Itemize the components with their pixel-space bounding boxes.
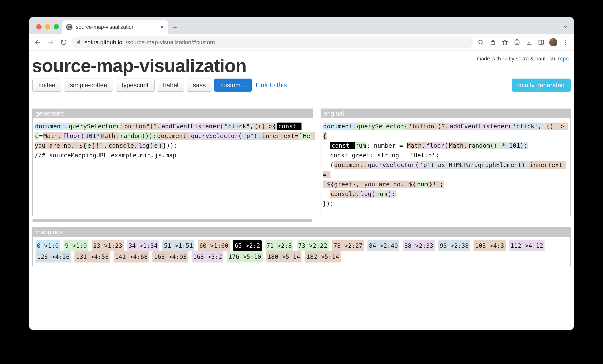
code-segment[interactable]: e [35, 132, 39, 140]
horizontal-scrollbar[interactable] [32, 219, 312, 222]
mapping-item[interactable]: 84->2:49 [368, 240, 399, 251]
code-segment[interactable]: 'p') as HTMLParagraphElement). [419, 161, 529, 169]
code-segment[interactable]: addEventListener( [161, 123, 224, 130]
code-segment[interactable]: addEventListener( [449, 123, 512, 130]
mapping-item[interactable]: 51->1:51 [162, 240, 194, 251]
share-icon[interactable] [487, 37, 498, 48]
menu-button[interactable]: ⋮ [560, 37, 571, 48]
code-segment[interactable]: num [417, 181, 428, 188]
code-segment[interactable]: ${ [79, 142, 87, 149]
code-segment[interactable]: `He [299, 132, 311, 140]
code-segment[interactable]: querySelector( [190, 132, 242, 140]
code-segment[interactable]: 101* [85, 132, 100, 140]
code-segment[interactable]: : number = [367, 142, 406, 149]
mapping-item[interactable]: 0->1:0 [35, 240, 60, 251]
search-icon[interactable] [475, 37, 486, 48]
mapping-item[interactable]: 131->4:56 [74, 251, 110, 262]
code-segment[interactable]: innerText= [261, 132, 299, 140]
mapping-item[interactable]: 180->5:14 [266, 251, 302, 262]
code-segment[interactable]: num [355, 142, 367, 149]
code-segment[interactable]: Math. [406, 142, 426, 149]
code-segment[interactable]: "click", [224, 123, 254, 130]
reload-button[interactable] [58, 37, 69, 48]
mapping-item[interactable]: 65->2:2 [233, 240, 261, 251]
code-segment[interactable]: }); [323, 200, 334, 207]
code-segment[interactable]: querySelector( [68, 123, 120, 130]
code-segment[interactable]: ); [387, 190, 396, 198]
code-segment[interactable]: = [39, 132, 43, 140]
mapping-item[interactable]: 126->4:26 [35, 251, 71, 262]
code-segment[interactable]: 'button')?. [408, 123, 449, 130]
coffee-button[interactable]: coffee [32, 79, 61, 92]
code-segment[interactable]: const greet: string = 'Hello'; [323, 152, 439, 159]
extensions-icon[interactable] [512, 37, 522, 48]
code-segment[interactable]: "button")?. [120, 123, 161, 130]
code-segment[interactable]: const [330, 142, 355, 149]
babel-button[interactable]: babel [157, 79, 185, 92]
code-segment[interactable]: })); [163, 142, 177, 149]
mapping-item[interactable]: 78->2:27 [332, 240, 364, 251]
code-segment[interactable]: e [154, 142, 158, 149]
mapping-item[interactable]: 9->1:9 [64, 240, 88, 251]
mapping-item[interactable]: 23->1:23 [92, 240, 124, 251]
browser-tab[interactable]: source-map-visualization × [62, 20, 168, 34]
code-segment[interactable]: you are no. [364, 181, 408, 188]
address-bar[interactable]: sokra.github.io/source-map-visualization… [71, 36, 473, 48]
mapping-item[interactable]: 163->4:93 [152, 251, 188, 262]
mapping-item[interactable]: 71->2:8 [265, 240, 293, 251]
code-segment[interactable]: random()); [119, 132, 157, 140]
mapping-item[interactable]: 60->1:60 [198, 240, 230, 251]
mapping-item[interactable]: 141->4:68 [114, 251, 149, 262]
code-segment[interactable]: }!`; [428, 181, 444, 188]
simple-coffee-button[interactable]: simple-coffee [64, 79, 113, 92]
code-segment[interactable]: querySelector( [356, 123, 408, 130]
code-segment[interactable]: document. [334, 161, 367, 169]
code-segment[interactable]: const [277, 123, 301, 130]
maximize-window-button[interactable] [54, 24, 59, 29]
code-segment[interactable]: document. [323, 123, 356, 130]
code-segment[interactable]: ) [158, 142, 163, 149]
sidepanel-icon[interactable] [536, 37, 546, 48]
code-segment[interactable]: `${greet}, [323, 181, 364, 188]
code-segment[interactable]: log( [360, 190, 375, 198]
tabs-dropdown-button[interactable] [562, 23, 569, 31]
mapping-item[interactable]: 176->5:10 [227, 251, 262, 262]
mapping-item[interactable]: 168->5:2 [192, 251, 223, 262]
minify-button[interactable]: minify generated [512, 79, 571, 92]
code-segment[interactable]: }!` [92, 142, 104, 149]
code-segment[interactable]: (()=>{ [254, 123, 277, 130]
code-segment[interactable]: "p"). [242, 132, 261, 140]
mapping-item[interactable]: 182->5:14 [305, 251, 340, 262]
generated-code[interactable]: document.querySelector("button")?.addEve… [33, 118, 313, 167]
repo-link[interactable]: repo [558, 56, 569, 62]
code-segment[interactable]: num [376, 190, 387, 198]
code-segment[interactable]: log( [138, 142, 153, 149]
code-segment[interactable]: floor( [426, 142, 448, 149]
code-segment[interactable]: random() [468, 142, 501, 149]
profile-avatar[interactable] [548, 37, 558, 48]
code-segment[interactable]: Math. [449, 142, 468, 149]
code-segment[interactable]: console. [108, 142, 138, 149]
link-to-this[interactable]: Link to this [255, 82, 287, 89]
code-segment[interactable]: document. [35, 123, 68, 130]
custom-button[interactable]: custom... [214, 79, 252, 92]
mapping-item[interactable]: 34->1:34 [127, 240, 159, 251]
code-segment[interactable]: ${ [408, 181, 417, 188]
sass-button[interactable]: sass [187, 79, 212, 92]
mapping-item[interactable]: 73->2:22 [297, 240, 329, 251]
close-window-button[interactable] [36, 24, 42, 29]
code-segment[interactable]: console. [330, 190, 360, 198]
mapping-item[interactable]: 93->2:38 [438, 240, 470, 251]
typescript-button[interactable]: typescript [116, 79, 155, 92]
back-button[interactable] [32, 37, 43, 48]
mapping-item[interactable]: 88->2:33 [403, 240, 435, 251]
downloads-icon[interactable] [524, 37, 534, 48]
mappings-list[interactable]: 0->1:09->1:923->1:2334->1:3451->1:5160->… [33, 237, 570, 266]
code-segment[interactable]: , [104, 142, 108, 149]
code-segment[interactable] [323, 142, 330, 149]
code-segment[interactable]: ( [323, 162, 334, 168]
code-segment[interactable]: Math. [100, 132, 119, 140]
minimize-window-button[interactable] [45, 24, 50, 29]
code-segment[interactable]: e [87, 142, 92, 149]
mapping-item[interactable]: 112->4:12 [509, 240, 545, 251]
